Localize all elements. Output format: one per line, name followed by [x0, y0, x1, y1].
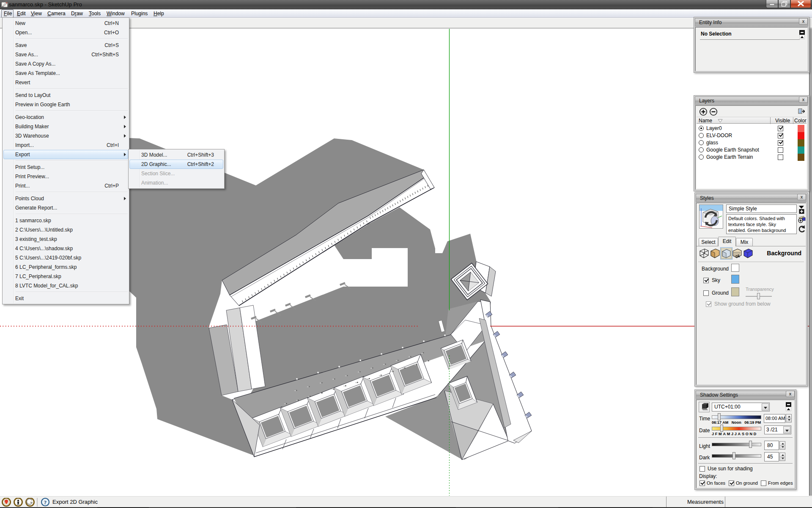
svg-text:?: ? [44, 499, 47, 505]
svg-text:ok: ok [735, 254, 740, 258]
